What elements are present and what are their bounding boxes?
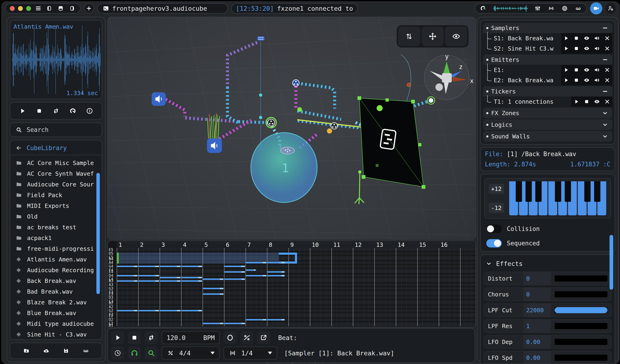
midi-note-G4[interactable]	[224, 266, 245, 267]
black-key[interactable]	[565, 181, 571, 202]
sort-mode-button[interactable]	[398, 27, 420, 46]
collision-toggle[interactable]	[486, 225, 502, 233]
broadcast-icon[interactable]	[547, 4, 555, 12]
library-folder-row[interactable]: AC Core Misc Sample	[15, 158, 101, 168]
eye-icon[interactable]	[582, 76, 592, 84]
library-file-row[interactable]: Bad Break.wav	[15, 286, 101, 297]
library-folder-row[interactable]: Field Pack	[15, 190, 101, 200]
record-voicemail-icon[interactable]	[82, 347, 90, 355]
black-key[interactable]	[535, 181, 542, 202]
tree-row[interactable]: E2: Back Break.wa	[483, 75, 612, 85]
cloud-download-icon[interactable]	[42, 347, 50, 355]
export-button[interactable]	[257, 331, 270, 344]
loop-end-bracket[interactable]	[279, 253, 295, 255]
user-settings-button[interactable]	[605, 3, 616, 14]
green-node-1[interactable]	[297, 107, 302, 112]
effect-slider[interactable]	[555, 276, 607, 281]
library-folder-row[interactable]: free-midi-progressi	[15, 243, 101, 254]
camera-button[interactable]	[590, 2, 602, 15]
effect-slider[interactable]	[555, 291, 607, 297]
export-folder-icon[interactable]	[22, 347, 30, 355]
library-file-row[interactable]: Blue Break.wav	[15, 308, 101, 318]
right-panel-scrollbar[interactable]	[609, 235, 613, 290]
stop-icon[interactable]	[571, 76, 582, 84]
loop-start-bracket[interactable]	[117, 253, 119, 263]
loop-button[interactable]	[145, 331, 158, 344]
effect-value[interactable]: 22000	[523, 304, 551, 317]
play-icon[interactable]	[571, 98, 582, 106]
midi-note-B3[interactable]	[181, 280, 202, 282]
piano-keyboard[interactable]	[509, 181, 607, 215]
path-start-marker[interactable]	[257, 36, 265, 41]
library-file-row[interactable]: Sine Hit - C3.wav	[15, 329, 101, 339]
effect-slider[interactable]	[555, 355, 607, 361]
midi-note-C2[interactable]	[224, 323, 245, 324]
midi-note-C4[interactable]	[224, 278, 245, 280]
play-icon[interactable]	[561, 34, 571, 42]
midi-note-G4[interactable]	[160, 266, 181, 267]
play-icon[interactable]	[561, 66, 571, 74]
black-key[interactable]	[594, 181, 600, 202]
stop-icon[interactable]	[582, 98, 592, 106]
midi-note-G2[interactable]	[138, 310, 159, 311]
close-icon[interactable]	[602, 66, 612, 74]
midi-note-C4[interactable]	[203, 278, 224, 280]
voicemail-icon[interactable]	[574, 4, 582, 12]
effect-row-lfo-dep[interactable]: LFO Dep0.00	[484, 335, 611, 349]
preview-info-icon[interactable]	[86, 107, 93, 115]
effect-row-lpf-cut[interactable]: LPF Cut22000	[484, 303, 611, 317]
speaker-icon[interactable]	[592, 34, 602, 42]
effect-slider[interactable]	[555, 339, 607, 345]
piano-roll-panel[interactable]: 12345678910111213141516 E5D5C5B4A4G4F4E4…	[107, 240, 476, 328]
metronome-button[interactable]	[224, 331, 237, 344]
eye-icon[interactable]	[592, 98, 602, 106]
menu-icon[interactable]	[34, 4, 42, 12]
tree-section-header[interactable]: Emitters	[483, 55, 612, 65]
tree-row[interactable]: S2: Sine Hit C3.w	[483, 43, 612, 54]
effect-value[interactable]: 0	[523, 272, 551, 285]
transpose-up-button[interactable]: +12	[489, 184, 504, 194]
midi-note-C#4[interactable]	[160, 277, 181, 278]
library-folder-row[interactable]: Old	[15, 211, 101, 222]
expand-chevron-icon[interactable]	[601, 132, 609, 140]
library-file-row[interactable]: Audiocube Recording	[15, 265, 101, 276]
zoom-tool-button[interactable]	[145, 347, 158, 360]
midi-note-C2[interactable]	[203, 323, 224, 324]
close-icon[interactable]	[602, 34, 612, 42]
preview-volume-dial[interactable]	[69, 107, 77, 115]
collapse-icon[interactable]	[601, 56, 609, 64]
piano-roll-grid[interactable]: 12345678910111213141516	[117, 241, 476, 327]
axis-gizmo[interactable]: y z x	[424, 53, 474, 100]
emitter-gizmo-1[interactable]	[266, 117, 276, 128]
cyan-node-1[interactable]	[259, 93, 262, 97]
expand-chevron-icon[interactable]	[601, 121, 609, 129]
library-file-row[interactable]: Midi type audiocube	[15, 318, 101, 329]
emitter-gizmo-3[interactable]	[331, 123, 337, 129]
library-folder-row[interactable]: ac breaks test	[15, 222, 101, 233]
midi-note-G3[interactable]	[203, 288, 224, 289]
gauge-icon[interactable]	[480, 4, 487, 12]
mixer-icon[interactable]	[534, 4, 542, 12]
midi-note-E4[interactable]	[224, 271, 245, 273]
library-folder-row[interactable]: AC Core Synth Wavef	[15, 168, 101, 179]
effect-slider[interactable]	[555, 323, 607, 329]
toggle-left-panel-icon[interactable]	[46, 4, 53, 12]
midi-note-G4[interactable]	[181, 266, 202, 267]
midi-note-D4[interactable]	[267, 275, 285, 276]
grid-resolution-select[interactable]: 1/4	[224, 347, 277, 360]
play-icon[interactable]	[561, 76, 571, 84]
cyan-node-2[interactable]	[259, 116, 262, 119]
midi-note-G2[interactable]	[181, 310, 202, 311]
stop-icon[interactable]	[571, 66, 582, 74]
grass-object[interactable]	[207, 113, 220, 138]
stop-icon[interactable]	[571, 44, 582, 52]
sequenced-toggle[interactable]	[486, 239, 502, 248]
midi-note-E4[interactable]	[267, 271, 285, 273]
time-signature-select[interactable]: 4/4	[161, 347, 220, 360]
speaker-cube-2[interactable]	[207, 138, 222, 153]
black-key[interactable]	[555, 181, 561, 202]
toggle-right-panel-icon[interactable]	[68, 4, 76, 12]
tree-row[interactable]: E1:	[483, 65, 612, 75]
effect-row-distort[interactable]: Distort0	[484, 272, 611, 285]
library-folder-row[interactable]: MIDI Exports	[15, 200, 101, 211]
